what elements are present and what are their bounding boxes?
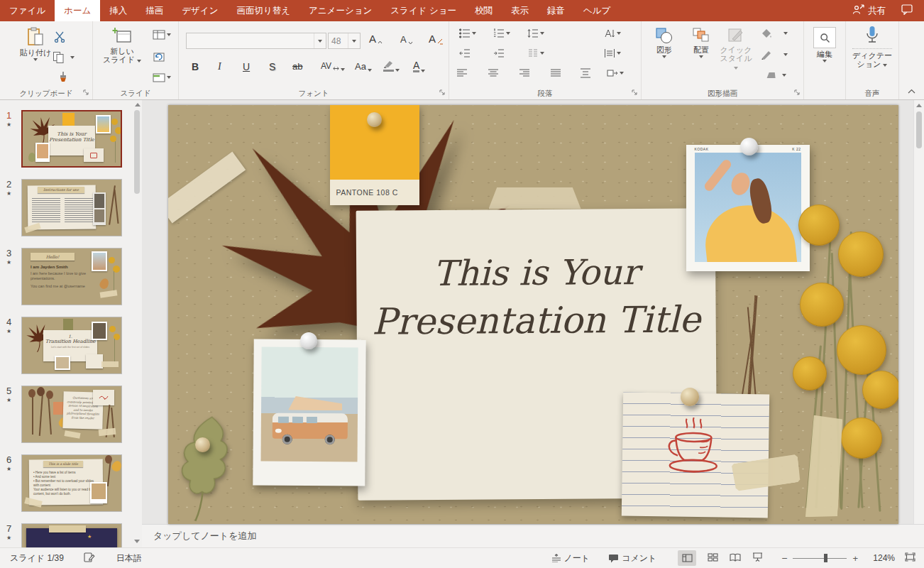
normal-view-button[interactable] xyxy=(678,550,696,566)
text-direction-button[interactable] xyxy=(604,28,621,38)
push-pin-polaroid xyxy=(300,332,317,349)
thumb-scroll-thumb[interactable] xyxy=(134,110,140,194)
line-spacing-button[interactable] xyxy=(527,28,544,38)
accessibility-icon[interactable] xyxy=(84,552,95,564)
grow-font-button[interactable]: A xyxy=(369,33,383,45)
reset-button[interactable] xyxy=(153,51,165,62)
font-dialog-launcher[interactable] xyxy=(439,89,446,97)
underline-button[interactable]: U xyxy=(243,61,250,72)
smartart-button[interactable] xyxy=(607,68,624,78)
tab-home[interactable]: ホーム xyxy=(55,0,100,21)
tab-review[interactable]: 校閲 xyxy=(466,0,502,21)
reading-view-button[interactable] xyxy=(730,553,741,564)
align-right-button[interactable] xyxy=(519,68,530,78)
format-painter-button[interactable] xyxy=(57,71,69,83)
tab-slideshow[interactable]: スライド ショー xyxy=(381,0,466,21)
zoom-level[interactable]: 124% xyxy=(869,553,895,563)
zoom-out-button[interactable]: − xyxy=(781,555,787,562)
presentation-title[interactable]: This is Your Presentation Title xyxy=(356,249,715,347)
font-color-button[interactable]: A xyxy=(413,61,425,72)
powerpoint-window: ファイル ホーム 挿入 描画 デザイン 画面切り替え アニメーション スライド … xyxy=(0,0,924,568)
layout-button[interactable] xyxy=(153,30,171,40)
collapse-ribbon-button[interactable] xyxy=(908,87,915,95)
arrange-button[interactable]: 配置 xyxy=(686,27,717,58)
strikethrough-button[interactable]: ab xyxy=(292,61,302,72)
tab-insert[interactable]: 挿入 xyxy=(100,0,136,21)
tab-help[interactable]: ヘルプ xyxy=(574,0,620,21)
columns-button[interactable] xyxy=(527,48,544,58)
thumb-scroll-down-icon[interactable] xyxy=(134,540,140,543)
italic-button[interactable]: I xyxy=(218,61,221,72)
paragraph-dialog-launcher[interactable] xyxy=(632,89,638,97)
change-case-button[interactable]: Aa xyxy=(355,61,372,72)
notes-toggle[interactable]: ノート xyxy=(551,552,590,564)
notes-pane[interactable]: タップしてノートを追加 xyxy=(142,524,924,547)
tab-draw[interactable]: 描画 xyxy=(136,0,172,21)
zoom-in-button[interactable]: + xyxy=(852,553,858,564)
slide-thumbnail-1[interactable]: This is YourPresentation Title xyxy=(21,110,122,168)
thumbnail-row-3: 3★ Hello! I am Jayden Smith I am here be… xyxy=(0,248,142,305)
title-line-1: This is Your xyxy=(356,249,715,297)
align-center-button[interactable] xyxy=(488,68,499,78)
slide-thumbnail-6[interactable]: This is a slide title • Here you have a … xyxy=(21,454,122,512)
slide-thumbnail-3[interactable]: Hello! I am Jayden Smith I am here becau… xyxy=(21,248,122,305)
shapes-button[interactable]: 図形 xyxy=(649,27,680,58)
editor-scrollbar[interactable] xyxy=(913,100,924,524)
font-name-combobox[interactable] xyxy=(186,33,326,49)
clipboard-dialog-launcher[interactable] xyxy=(83,89,89,97)
thumbnail-row-2: 2★ Instructions for use xyxy=(0,179,142,236)
slide-thumbnail-7[interactable]: ★ ♥ xyxy=(21,523,122,547)
language-indicator[interactable]: 日本語 xyxy=(116,552,142,564)
fit-slide-to-window-button[interactable] xyxy=(905,552,915,564)
editing-button[interactable]: 編集 xyxy=(813,27,836,62)
justify-button[interactable] xyxy=(550,68,561,78)
paste-button[interactable]: 貼り付け xyxy=(16,27,55,61)
tab-record[interactable]: 録音 xyxy=(538,0,574,21)
slide-sorter-view-button[interactable] xyxy=(708,553,718,564)
slide-thumbnail-2[interactable]: Instructions for use xyxy=(21,179,122,236)
tab-file[interactable]: ファイル xyxy=(0,0,55,21)
tab-design[interactable]: デザイン xyxy=(172,0,227,21)
highlight-button[interactable] xyxy=(383,60,400,72)
shrink-font-button[interactable]: A xyxy=(400,34,413,45)
share-button[interactable]: 共有 xyxy=(852,4,886,17)
slide-thumbnail-4[interactable]: 1. Transition Headline Let's start with … xyxy=(21,317,122,374)
font-size-combobox[interactable]: 48 xyxy=(328,33,361,49)
quick-styles-button[interactable]: クイックスタイル xyxy=(718,27,754,71)
thumbnail-scrollbar[interactable] xyxy=(133,100,142,547)
decrease-indent-button[interactable] xyxy=(459,48,471,58)
align-left-button[interactable] xyxy=(456,68,468,78)
shape-outline-button[interactable] xyxy=(761,50,788,60)
bullets-button[interactable] xyxy=(459,28,476,38)
comments-icon[interactable] xyxy=(901,4,913,17)
zoom-slider[interactable] xyxy=(793,553,847,563)
slide-editing-surface[interactable]: PANTONE 108 C This is Your Presentation … xyxy=(168,105,898,524)
slide-thumbnail-5[interactable]: Quotations are commonly printed as a mea… xyxy=(21,386,122,443)
zoom-slider-thumb[interactable] xyxy=(824,554,827,562)
thumb-scroll-up-icon[interactable] xyxy=(135,103,141,106)
new-slide-button[interactable]: 新しい スライド xyxy=(100,27,144,64)
dictate-button[interactable]: ディクテーション xyxy=(851,26,893,68)
drawing-dialog-launcher[interactable] xyxy=(794,89,801,97)
comments-toggle[interactable]: コメント xyxy=(608,552,656,564)
section-button[interactable] xyxy=(153,72,171,82)
bold-button[interactable]: B xyxy=(192,61,199,72)
increase-indent-button[interactable] xyxy=(493,48,505,58)
character-spacing-button[interactable]: AV xyxy=(321,61,345,71)
editor-scroll-up-icon[interactable] xyxy=(916,104,922,107)
align-text-button[interactable] xyxy=(604,48,621,58)
tab-transitions[interactable]: 画面切り替え xyxy=(227,0,299,21)
copy-button[interactable] xyxy=(53,51,75,63)
cut-button[interactable] xyxy=(54,31,67,43)
tab-animations[interactable]: アニメーション xyxy=(299,0,381,21)
editor-scroll-thumb[interactable] xyxy=(916,111,922,148)
shape-fill-button[interactable] xyxy=(761,28,788,38)
numbering-button[interactable] xyxy=(493,28,510,38)
comments-toggle-label: コメント xyxy=(622,552,656,564)
clear-formatting-button[interactable]: A xyxy=(429,33,444,45)
tab-view[interactable]: 表示 xyxy=(502,0,538,21)
shape-effects-button[interactable] xyxy=(766,71,786,80)
distribute-button[interactable] xyxy=(580,68,591,78)
text-shadow-button[interactable]: S xyxy=(269,61,275,72)
slideshow-view-button[interactable] xyxy=(752,552,763,564)
